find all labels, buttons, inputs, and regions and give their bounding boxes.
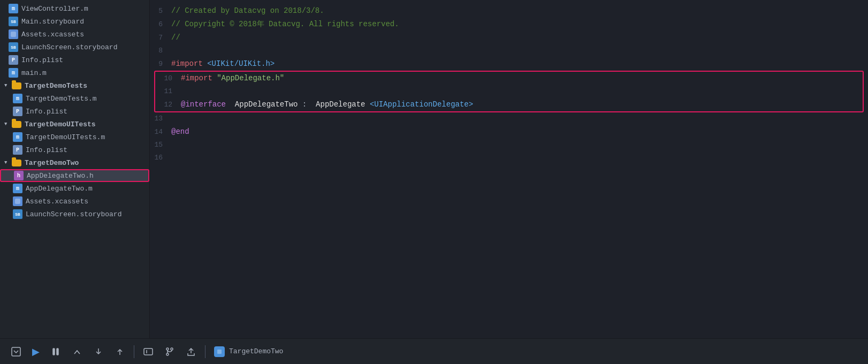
sidebar-item-targetdemouitests-m[interactable]: mTargetDemoUITests.m: [0, 131, 149, 143]
code-line: 12@interface AppDelegateTwo : AppDelegat…: [155, 98, 863, 111]
breakpoints-button[interactable]: [139, 344, 158, 359]
sidebar-item-label: AppDelegateTwo.m: [26, 185, 93, 193]
xcassets-icon: [13, 196, 22, 206]
line-number: 6: [150, 18, 171, 31]
folder-icon: [12, 160, 21, 166]
svg-rect-13: [217, 350, 222, 354]
sidebar-item-label: Info.plist: [21, 56, 63, 64]
step-over-button[interactable]: [67, 344, 87, 359]
code-line: 13: [150, 112, 868, 125]
code-highlight-block: 10#import "AppDelegate.h"1112@interface …: [154, 71, 864, 112]
pause-button[interactable]: [46, 344, 65, 359]
line-number: 10: [159, 72, 181, 85]
sidebar-item-main-storyboard[interactable]: SBMain.storyboard: [0, 15, 149, 28]
m-icon: m: [9, 4, 18, 13]
target-info: TargetDemoTwo: [214, 346, 283, 357]
line-number: 12: [159, 98, 181, 111]
svg-rect-2: [12, 347, 20, 356]
sidebar-item-label: Info.plist: [26, 108, 67, 116]
code-editor[interactable]: 5// Created by Datacvg on 2018/3/8.6// C…: [150, 0, 868, 338]
svg-point-11: [166, 353, 169, 355]
sidebar-item-appdelegatetwo-h[interactable]: hAppDelegateTwo.h: [0, 169, 149, 182]
code-content: // Copyright © 2018年 Datacvg. All rights…: [171, 18, 859, 31]
code-content: @interface AppDelegateTwo : AppDelegate …: [181, 98, 854, 111]
sidebar-folder-targetdemotests-folder[interactable]: ▼TargetDemoTests: [0, 79, 149, 92]
folder-triangle-icon: ▼: [4, 83, 10, 88]
sidebar-folder-targetdemouitests-folder[interactable]: ▼TargetDemoUITests: [0, 118, 149, 131]
code-content: #import "AppDelegate.h": [181, 72, 854, 85]
line-number: 16: [150, 151, 171, 164]
code-line: 5// Created by Datacvg on 2018/3/8.: [150, 4, 868, 18]
toolbar-separator-1: [134, 345, 134, 358]
toolbar-separator-2: [205, 345, 205, 358]
m-icon: m: [9, 68, 18, 78]
code-line: 6// Copyright © 2018年 Datacvg. All right…: [150, 18, 868, 31]
sidebar-item-label: LaunchScreen.storyboard: [26, 210, 121, 218]
step-out-button[interactable]: [110, 344, 130, 359]
sidebar-folder-targetdemotwo-folder[interactable]: ▼TargetDemoTwo: [0, 156, 149, 169]
code-content: #import <UIKit/UIKit.h>: [171, 57, 859, 70]
code-line: 16: [150, 151, 868, 164]
line-number: 7: [150, 32, 171, 44]
m-icon: m: [13, 184, 22, 193]
run-button[interactable]: ▶: [28, 344, 44, 360]
storyboard-icon: SB: [13, 209, 22, 219]
sidebar-item-appdelegatetwo-m[interactable]: mAppDelegateTwo.m: [0, 182, 149, 195]
sidebar-item-label: TargetDemoTests.m: [26, 95, 97, 103]
plist-icon: P: [9, 55, 18, 65]
share-button[interactable]: [181, 344, 201, 359]
sidebar-item-viewcontroller-m[interactable]: mViewController.m: [0, 2, 149, 15]
line-number: 8: [150, 44, 171, 57]
line-number: 13: [150, 112, 171, 125]
code-content: // Created by Datacvg on 2018/3/8.: [171, 4, 859, 17]
code-content: //: [171, 31, 859, 44]
sidebar-item-assets2-xcassets[interactable]: Assets.xcassets: [0, 195, 149, 208]
folder-triangle-icon: ▼: [4, 160, 10, 165]
scheme-selector-button[interactable]: [6, 344, 26, 359]
svg-rect-3: [53, 348, 55, 355]
step-into-button[interactable]: [89, 344, 108, 359]
sidebar: mViewController.mSBMain.storyboardAssets…: [0, 0, 150, 338]
sidebar-item-launchscreen-storyboard[interactable]: SBLaunchScreen.storyboard: [0, 41, 149, 54]
plist-icon: P: [13, 145, 22, 155]
plist-icon: P: [13, 107, 22, 116]
sidebar-item-label: Assets.xcassets: [21, 31, 84, 39]
sidebar-item-assets-xcassets[interactable]: Assets.xcassets: [0, 28, 149, 41]
code-line: 11: [155, 85, 863, 98]
line-number: 5: [150, 5, 171, 18]
bottom-toolbar: ▶: [0, 338, 868, 364]
sidebar-item-label: ViewController.m: [21, 5, 88, 13]
target-label: TargetDemoTwo: [229, 347, 283, 355]
sidebar-item-label: Assets.xcassets: [26, 198, 88, 206]
xcassets-icon: [9, 29, 18, 39]
sidebar-item-label: TargetDemoUITests.m: [26, 133, 105, 141]
sidebar-item-main-m[interactable]: mmain.m: [0, 66, 149, 79]
line-number: 14: [150, 126, 171, 139]
sidebar-item-info-plist[interactable]: PInfo.plist: [0, 54, 149, 66]
sidebar-item-targetdemotests-plist[interactable]: PInfo.plist: [0, 105, 149, 118]
code-line: 8: [150, 44, 868, 57]
sidebar-item-label: Info.plist: [26, 146, 67, 154]
storyboard-icon: SB: [9, 42, 18, 52]
svg-rect-7: [144, 348, 153, 355]
sidebar-item-targetdemotests-m[interactable]: mTargetDemoTests.m: [0, 92, 149, 105]
sidebar-item-targetdemouitests-plist[interactable]: PInfo.plist: [0, 143, 149, 156]
code-line: 9#import <UIKit/UIKit.h>: [150, 57, 868, 71]
svg-rect-1: [15, 199, 20, 204]
svg-point-10: [171, 348, 173, 350]
svg-rect-4: [57, 348, 58, 355]
m-icon: m: [13, 94, 22, 103]
code-line: 7//: [150, 31, 868, 44]
sidebar-item-label: TargetDemoTests: [25, 82, 87, 90]
code-content: @end: [171, 125, 859, 138]
line-number: 11: [159, 85, 181, 98]
folder-icon: [12, 121, 21, 128]
folder-triangle-icon: ▼: [4, 122, 10, 127]
sidebar-item-label: TargetDemoUITests: [25, 120, 96, 128]
branch-button[interactable]: [160, 344, 179, 359]
sidebar-item-label: LaunchScreen.storyboard: [21, 43, 117, 51]
sidebar-item-launchscreen2-storyboard[interactable]: SBLaunchScreen.storyboard: [0, 208, 149, 221]
line-number: 15: [150, 139, 171, 151]
code-line: 10#import "AppDelegate.h": [155, 72, 863, 85]
line-number: 9: [150, 58, 171, 71]
